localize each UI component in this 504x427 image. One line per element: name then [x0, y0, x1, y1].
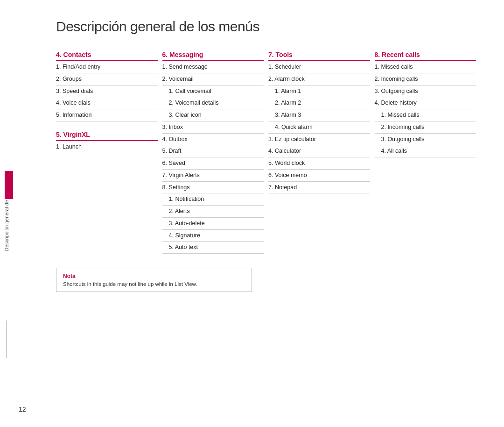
- list-item: 1. Alarm 1: [268, 85, 370, 98]
- list-item: 1. Scheduler: [268, 61, 370, 73]
- list-item: 2. Voicemail: [162, 73, 264, 85]
- columns-container: 4. Contacts 1. Find/Add entry 2. Groups …: [56, 51, 481, 254]
- page-number: 12: [19, 406, 26, 413]
- list-item: 8. Settings: [162, 182, 264, 194]
- vertical-tab: Descripción general de los menús: [0, 0, 13, 427]
- list-item: 7. Virgin Alerts: [162, 170, 264, 182]
- list-item: 3. Clear icon: [162, 109, 264, 121]
- list-item: 3. Auto-delete: [162, 218, 264, 230]
- list-item: 1. Missed calls: [375, 109, 476, 121]
- list-item: 1. Find/Add entry: [56, 61, 158, 73]
- list-item: 3. Outgoing calls: [375, 85, 476, 98]
- note-text: Shortcuts in this guide may not line up …: [63, 281, 245, 287]
- list-item: 2. Voicemail details: [162, 97, 264, 109]
- list-item: 1. Missed calls: [375, 61, 476, 73]
- list-item: 6. Saved: [162, 157, 264, 170]
- main-content: Descripción general de los menús 4. Cont…: [47, 0, 490, 427]
- page-title: Descripción general de los menús: [56, 19, 481, 35]
- list-item: 5. World clock: [268, 157, 370, 170]
- column-4: 8. Recent calls 1. Missed calls 2. Incom…: [375, 51, 481, 254]
- list-item: 4. Quick alarm: [268, 121, 370, 134]
- section-header-contacts: 4. Contacts: [56, 51, 158, 61]
- section-virginxl: 5. VirginXL 1. Launch: [56, 131, 158, 153]
- list-item: 7. Notepad: [268, 182, 370, 194]
- column-2: 6. Messaging 1. Send message 2. Voicemai…: [162, 51, 269, 254]
- vertical-tab-bar: [5, 171, 13, 199]
- note-title: Nota: [63, 273, 245, 279]
- list-item: 5. Auto text: [162, 242, 264, 254]
- section-header-virginxl: 5. VirginXL: [56, 131, 158, 141]
- list-item: 1. Call voicemail: [162, 85, 264, 98]
- list-item: 2. Incoming calls: [375, 121, 476, 134]
- list-item: 2. Alerts: [162, 206, 264, 218]
- list-item: 3. Inbox: [162, 121, 264, 134]
- list-item: 3. Outgoing calls: [375, 134, 476, 146]
- list-item: 2. Alarm 2: [268, 97, 370, 109]
- list-item: 3. Speed dials: [56, 85, 158, 98]
- list-item: 4. All calls: [375, 145, 476, 157]
- list-item: 2. Groups: [56, 73, 158, 85]
- list-item: 5. Draft: [162, 145, 264, 157]
- list-item: 4. Delete history: [375, 97, 476, 109]
- column-3: 7. Tools 1. Scheduler 2. Alarm clock 1. …: [268, 51, 375, 254]
- list-item: 4. Calculator: [268, 145, 370, 157]
- section-header-recent-calls: 8. Recent calls: [375, 51, 476, 61]
- list-item: 1. Launch: [56, 141, 158, 153]
- list-item: 5. Information: [56, 109, 158, 121]
- section-recent-calls: 8. Recent calls 1. Missed calls 2. Incom…: [375, 51, 476, 157]
- vertical-line: [7, 320, 7, 358]
- list-item: 3. Ez tip calculator: [268, 134, 370, 146]
- note-box: Nota Shortcuts in this guide may not lin…: [56, 268, 252, 292]
- section-tools: 7. Tools 1. Scheduler 2. Alarm clock 1. …: [268, 51, 370, 193]
- section-messaging: 6. Messaging 1. Send message 2. Voicemai…: [162, 51, 264, 254]
- list-item: 2. Alarm clock: [268, 73, 370, 85]
- section-header-tools: 7. Tools: [268, 51, 370, 61]
- column-1: 4. Contacts 1. Find/Add entry 2. Groups …: [56, 51, 162, 254]
- list-item: 3. Alarm 3: [268, 109, 370, 121]
- section-contacts: 4. Contacts 1. Find/Add entry 2. Groups …: [56, 51, 158, 121]
- list-item: 1. Notification: [162, 193, 264, 206]
- list-item: 4. Voice dials: [56, 97, 158, 109]
- list-item: 1. Send message: [162, 61, 264, 73]
- list-item: 4. Signature: [162, 230, 264, 242]
- list-item: 2. Incoming calls: [375, 73, 476, 85]
- list-item: 4. Outbox: [162, 134, 264, 146]
- list-item: 6. Voice memo: [268, 170, 370, 182]
- section-header-messaging: 6. Messaging: [162, 51, 264, 61]
